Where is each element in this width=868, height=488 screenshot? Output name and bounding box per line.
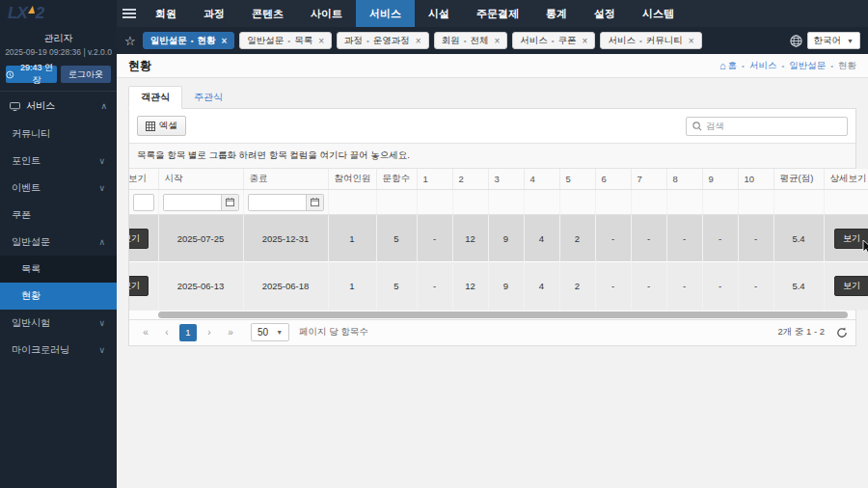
nav-item-4[interactable]: 사이트 (297, 0, 356, 27)
horizontal-scrollbar[interactable] (129, 310, 855, 319)
dot-separator-icon: • (639, 37, 642, 45)
language-select[interactable]: 한국어 ▼ (807, 32, 860, 49)
column-header-2[interactable]: 시작 (158, 169, 243, 190)
column-header-4[interactable]: 참여인원 (328, 169, 376, 190)
tab-objective[interactable]: 객관식 (128, 86, 182, 109)
sidebar-item-label: 일반설문 (12, 235, 50, 249)
table-row[interactable]: 보기2025-07-252025-12-3115-12942-----5.4보기 (129, 215, 868, 262)
hamburger-menu-icon[interactable] (117, 0, 142, 27)
column-header-1[interactable]: 보기 (129, 169, 158, 190)
sidebar-item-5[interactable]: 일반설문∧ (0, 229, 117, 256)
tab-close-icon[interactable]: × (318, 36, 324, 46)
prev-page-button[interactable]: ‹ (158, 324, 176, 341)
sidebar-section-services[interactable]: 서비스 ∧ (0, 91, 117, 121)
column-header-3[interactable]: 종료 (243, 169, 328, 190)
first-page-button[interactable]: « (137, 324, 154, 341)
column-header-label: 5 (566, 174, 571, 184)
sidebar-item-7[interactable]: 현황 (0, 283, 117, 310)
page-size-select[interactable]: 50 ▼ (251, 323, 289, 341)
nav-item-9[interactable]: 설정 (581, 0, 629, 27)
detail-view-button[interactable]: 보기 (834, 276, 868, 296)
nav-item-5[interactable]: 서비스 (356, 0, 415, 27)
tab-close-icon[interactable]: × (416, 36, 421, 46)
sidebar-item-6[interactable]: 목록 (0, 256, 117, 283)
scrollbar-thumb[interactable] (158, 312, 848, 318)
column-header-11[interactable]: 6 (595, 169, 631, 190)
column-header-9[interactable]: 4 (524, 169, 559, 190)
sidebar-item-4[interactable]: 쿠폰 (0, 202, 117, 229)
logout-button[interactable]: 로그아웃 (61, 66, 112, 83)
sidebar-item-9[interactable]: 마이크로러닝∨ (0, 337, 117, 364)
sidebar-item-8[interactable]: 일반시험∨ (0, 310, 117, 337)
column-header-label: 시작 (165, 173, 183, 183)
column-header-13[interactable]: 8 (666, 169, 702, 190)
filter-cell-16 (773, 190, 824, 215)
column-header-15[interactable]: 10 (738, 169, 773, 190)
open-tab-6[interactable]: 서비스•커뮤니티× (600, 32, 701, 49)
start-date-input[interactable] (164, 195, 221, 211)
preview-button[interactable]: 보기 (129, 276, 149, 296)
nav-item-8[interactable]: 통계 (532, 0, 581, 27)
table-row[interactable]: 보기2025-06-132025-06-1815-12942-----5.4보기 (129, 262, 868, 310)
range-label: 2개 중 1 - 2 (777, 326, 825, 339)
open-tab-5[interactable]: 서비스•쿠폰× (512, 32, 595, 49)
session-info: 2025-09-19 09:28:36 | v.2.0.0 (2, 47, 115, 57)
favorite-star-icon[interactable]: ☆ (124, 34, 136, 48)
column-header-10[interactable]: 5 (559, 169, 595, 190)
tab-close-icon[interactable]: × (689, 36, 694, 46)
nav-item-2[interactable]: 과정 (190, 0, 238, 27)
detail-view-button[interactable]: 보기 (834, 229, 868, 249)
column-header-5[interactable]: 문항수 (376, 169, 417, 190)
app-logo[interactable]: LX 2 (0, 0, 117, 27)
calendar-button[interactable] (306, 195, 323, 210)
preview-button[interactable]: 보기 (129, 229, 149, 249)
excel-export-button[interactable]: 엑셀 (137, 116, 186, 136)
cell-5: 2 (559, 262, 595, 310)
breadcrumb-item-2[interactable]: 서비스 (749, 60, 777, 72)
nav-item-10[interactable]: 시스템 (629, 0, 688, 27)
group-by-drop-zone[interactable]: 목록을 항목 별로 그룹화 하려면 항목 컬럼을 여기다 끌어 놓으세요. (129, 143, 855, 169)
column-header-label: 참여인원 (335, 173, 371, 183)
monitor-icon (10, 102, 20, 111)
column-header-17[interactable]: 상세보기 (824, 169, 868, 190)
current-page-button[interactable]: 1 (179, 324, 197, 341)
breadcrumb-item-3[interactable]: 일반설문 (789, 60, 826, 72)
column-header-12[interactable]: 7 (631, 169, 666, 190)
filter-input-preview[interactable] (133, 194, 154, 211)
sidebar-item-1[interactable]: 커뮤니티 (0, 121, 117, 148)
nav-item-6[interactable]: 시설 (415, 0, 463, 27)
filter-cell-7 (452, 190, 488, 215)
calendar-button[interactable] (221, 195, 238, 210)
open-tab-2[interactable]: 일반설문•목록× (239, 32, 332, 49)
end-date-input[interactable] (249, 195, 306, 211)
search-input[interactable] (706, 121, 841, 131)
column-header-16[interactable]: 평균(점) (773, 169, 824, 190)
tab-page-label: 전체 (470, 35, 488, 47)
column-header-6[interactable]: 1 (417, 169, 452, 190)
globe-icon[interactable] (790, 35, 802, 47)
breadcrumb-separator-icon: • (830, 62, 833, 70)
sidebar-item-2[interactable]: 포인트∨ (0, 148, 117, 175)
tab-subjective[interactable]: 주관식 (182, 87, 234, 108)
column-header-8[interactable]: 3 (488, 169, 524, 190)
sidebar-item-3[interactable]: 이벤트∨ (0, 175, 117, 202)
session-extend-button[interactable]: 29:43 연장 (6, 66, 57, 83)
sidebar-menu: 커뮤니티포인트∨이벤트∨쿠폰일반설문∧목록현황일반시험∨마이크로러닝∨ (0, 121, 117, 488)
nav-item-3[interactable]: 콘텐츠 (238, 0, 297, 27)
next-page-button[interactable]: › (201, 324, 218, 341)
nav-item-7[interactable]: 주문결제 (463, 0, 532, 27)
cell-시작: 2025-06-13 (158, 262, 243, 310)
open-tab-1[interactable]: 일반설문•현황× (143, 32, 235, 49)
refresh-icon[interactable] (836, 327, 848, 339)
column-header-14[interactable]: 9 (702, 169, 738, 190)
filter-cell-9 (524, 190, 559, 215)
nav-item-1[interactable]: 회원 (142, 0, 190, 27)
breadcrumb-item-1[interactable]: ⌂ 홈 (719, 60, 737, 72)
open-tab-3[interactable]: 과정•운영과정× (337, 32, 429, 49)
tab-close-icon[interactable]: × (583, 36, 588, 46)
tab-close-icon[interactable]: × (221, 36, 227, 46)
column-header-7[interactable]: 2 (452, 169, 488, 190)
tab-close-icon[interactable]: × (494, 36, 500, 46)
open-tab-4[interactable]: 회원•전체× (434, 32, 508, 49)
last-page-button[interactable]: » (222, 324, 239, 341)
